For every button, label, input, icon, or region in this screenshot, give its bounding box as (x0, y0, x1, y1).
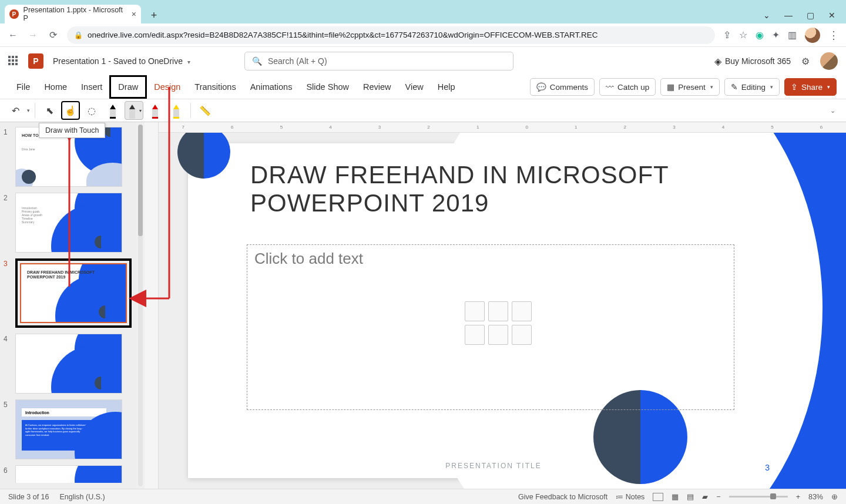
profile-avatar[interactable] (805, 28, 820, 43)
tab-slideshow[interactable]: Slide Show (299, 75, 356, 99)
undo-dropdown-icon[interactable]: ▾ (27, 107, 30, 113)
lasso-tool[interactable]: ◌ (82, 101, 101, 120)
pen-black[interactable] (103, 101, 122, 120)
insert-chart-icon[interactable] (488, 301, 508, 321)
comments-button[interactable]: 💬 Comments (530, 78, 595, 96)
ribbon-tabs: File Home Insert Draw Design Transitions… (0, 75, 846, 99)
pen-gray[interactable]: ▾ (125, 101, 143, 120)
select-tool[interactable]: ⬉ (40, 101, 59, 120)
reload-icon[interactable]: ⟳ (47, 29, 59, 41)
normal-view-icon[interactable] (653, 493, 663, 501)
ruler-tick: 6 (820, 125, 822, 130)
share-button[interactable]: ⇪ Share▾ (784, 78, 837, 96)
tab-design[interactable]: Design (147, 75, 187, 99)
tab-view[interactable]: View (398, 75, 431, 99)
tab-draw[interactable]: Draw (109, 75, 147, 99)
pen-red[interactable] (146, 101, 164, 120)
zoom-in-button[interactable]: + (796, 493, 800, 501)
placeholder-icons[interactable] (465, 301, 532, 345)
notes-button[interactable]: ≔ Notes (616, 492, 644, 501)
ruler-tick: 5 (280, 125, 283, 130)
user-avatar[interactable] (820, 52, 838, 70)
slide-footer: PRESENTATION TITLE (188, 462, 799, 470)
slide-title[interactable]: DRAW FREEHAND IN MICROSOFT POWERPOINT 20… (250, 161, 697, 218)
tab-insert[interactable]: Insert (74, 75, 109, 99)
slide-indicator[interactable]: Slide 3 of 16 (8, 493, 49, 501)
thumb-title: DRAW FREEHAND IN MICROSOFT POWERPOINT 20… (27, 270, 103, 280)
tab-transitions[interactable]: Transitions (187, 75, 243, 99)
buy-microsoft-365-button[interactable]: ◈ Buy Microsoft 365 (714, 56, 791, 67)
slide-canvas[interactable]: DRAW FREEHAND IN MICROSOFT POWERPOINT 20… (188, 143, 799, 478)
slideshow-view-icon[interactable]: ▰ (702, 492, 708, 501)
insert-smartart-icon[interactable] (512, 301, 532, 321)
insert-picture-icon[interactable] (465, 325, 485, 345)
close-tab-icon[interactable]: × (132, 9, 136, 19)
highlighter-yellow[interactable] (167, 101, 186, 120)
document-title[interactable]: Presentation 1 - Saved to OneDrive ▾ (53, 56, 190, 66)
slide-number: 3 (765, 463, 770, 472)
zoom-out-button[interactable]: − (716, 493, 720, 501)
grammarly-icon[interactable]: ◉ (756, 29, 764, 41)
thumbnails-scrollbar[interactable] (136, 122, 145, 489)
chevron-down-icon[interactable]: ⌄ (763, 11, 770, 20)
separator (190, 103, 191, 118)
url-input[interactable]: 🔒 onedrive.live.com/edit.aspx?resid=B24B… (67, 26, 715, 44)
notes-label: Notes (626, 493, 645, 501)
extensions-icon[interactable]: ✦ (772, 29, 780, 41)
tab-review[interactable]: Review (356, 75, 398, 99)
zoom-slider[interactable] (729, 496, 788, 498)
buy-label: Buy Microsoft 365 (725, 56, 791, 66)
thumbnail-3[interactable]: 3 DRAW FREEHAND IN MICROSOFT POWERPOINT … (4, 258, 134, 328)
editing-button[interactable]: ✎ Editing▾ (724, 78, 780, 96)
search-input[interactable]: 🔍 Search (Alt + Q) (244, 52, 513, 70)
settings-gear-icon[interactable]: ⚙ (801, 56, 810, 67)
new-tab-button[interactable]: + (146, 7, 162, 23)
thumbnail-4[interactable]: 4 (4, 334, 134, 394)
sidepanel-icon[interactable]: ▥ (788, 29, 797, 41)
app-launcher-icon[interactable] (8, 56, 19, 66)
tab-animations[interactable]: Animations (243, 75, 300, 99)
browser-tab[interactable]: P Presentation 1.pptx - Microsoft P × (5, 5, 141, 23)
content-placeholder[interactable]: Click to add text (247, 244, 734, 410)
thumbnail-2[interactable]: 2 Introduction Primary goals Areas of gr… (4, 193, 134, 253)
tab-home[interactable]: Home (37, 75, 74, 99)
maximize-icon[interactable]: ▢ (807, 11, 814, 20)
share-page-icon[interactable]: ⇪ (723, 29, 731, 41)
slide-sorter-icon[interactable]: ▦ (672, 492, 679, 501)
fit-to-window-icon[interactable]: ⊕ (831, 492, 838, 501)
insert-table-icon[interactable] (465, 301, 485, 321)
bookmark-icon[interactable]: ☆ (739, 29, 747, 41)
ruler-tick: 3 (378, 125, 381, 130)
reading-view-icon[interactable]: ▤ (687, 492, 694, 501)
insert-video-icon[interactable] (512, 325, 532, 345)
thumb-sub: Dina Jane (22, 147, 35, 151)
tab-help[interactable]: Help (431, 75, 462, 99)
placeholder-text: Click to add text (247, 245, 734, 273)
ruler-tool[interactable]: 📏 (196, 101, 214, 120)
insert-online-picture-icon[interactable] (488, 325, 508, 345)
collapse-ribbon-icon[interactable]: ⌄ (830, 107, 840, 115)
present-label: Present (678, 83, 706, 92)
document-title-text: Presentation 1 - Saved to OneDrive (53, 56, 183, 66)
thumb-number: 3 (4, 258, 12, 268)
zoom-level[interactable]: 83% (808, 493, 823, 501)
thumbnail-5[interactable]: 5 Introduction At Contoso, we empower or… (4, 399, 134, 459)
close-window-icon[interactable]: ✕ (828, 11, 835, 20)
back-icon[interactable]: ← (7, 30, 19, 41)
present-button[interactable]: ▦ Present▾ (660, 78, 720, 96)
thumbnail-6[interactable]: 6 (4, 465, 134, 483)
feedback-link[interactable]: Give Feedback to Microsoft (518, 493, 607, 501)
thumb-number: 2 (4, 193, 12, 202)
share-label: Share (801, 83, 822, 92)
catchup-button[interactable]: 〰 Catch up (599, 78, 656, 96)
undo-button[interactable]: ↶ (6, 101, 25, 120)
minimize-icon[interactable]: — (784, 11, 793, 20)
draw-with-touch-tool[interactable]: ☝ (61, 101, 80, 120)
browser-menu-icon[interactable]: ⋮ (828, 29, 839, 42)
ruler-tick: 7 (182, 125, 184, 130)
tab-file[interactable]: File (9, 75, 37, 99)
language-indicator[interactable]: English (U.S.) (60, 493, 105, 501)
search-icon: 🔍 (252, 56, 262, 66)
editing-label: Editing (741, 83, 766, 92)
forward-icon[interactable]: → (27, 30, 39, 41)
